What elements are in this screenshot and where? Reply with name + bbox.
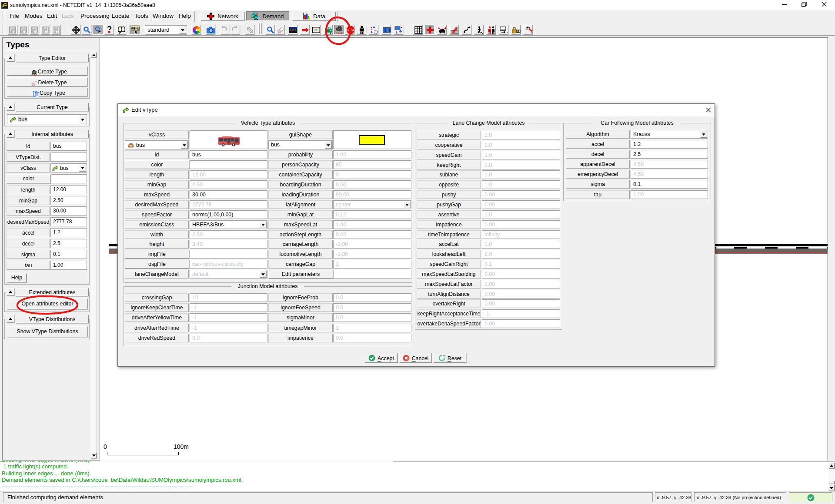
svg-text:MENU: MENU xyxy=(131,27,140,30)
svg-text:#: # xyxy=(526,26,529,31)
svg-text:!: ! xyxy=(121,27,122,32)
svg-text:TYPE: TYPE xyxy=(31,74,37,76)
